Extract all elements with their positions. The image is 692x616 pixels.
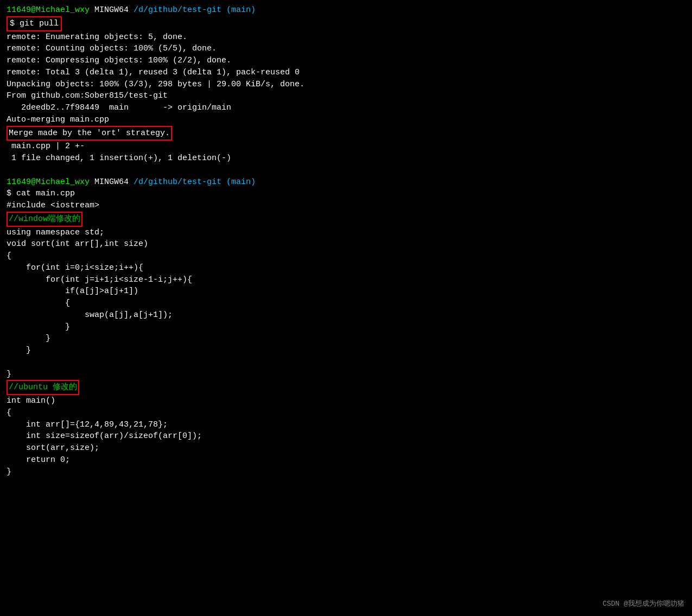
- mingw-label: MINGW64: [90, 5, 134, 15]
- if-line: if(a[j]>a[j+1]): [7, 285, 685, 297]
- git-pull-cmd: git pull: [20, 19, 59, 28]
- open-brace-2: {: [7, 297, 685, 309]
- size-line: int size=sizeof(arr)/sizeof(arr[0]);: [7, 430, 685, 442]
- mingw-label-2: MINGW64: [90, 177, 134, 187]
- ubuntu-comment-highlight-box: //ubuntu 修改的: [7, 380, 79, 395]
- path-label: /d/github/test-git: [134, 5, 221, 15]
- int-main-line: int main(): [7, 395, 685, 407]
- watermark: CSDN @我想成为你嗯叻猪: [602, 599, 684, 608]
- for-outer-line: for(int i=0;i<size;i++){: [7, 262, 685, 274]
- include-line: #include <iostream>: [7, 200, 685, 212]
- hash-line: 2deedb2..7f98449 main -> origin/main: [7, 102, 685, 114]
- user-label: 11649@Michael_wxy: [7, 5, 90, 15]
- branch-label: (main): [221, 5, 256, 15]
- prompt-line-2: 11649@Michael_wxy MINGW64 /d/github/test…: [7, 176, 685, 188]
- cat-cmd: cat main.cpp: [16, 189, 75, 198]
- swap-line: swap(a[j],a[j+1]);: [7, 309, 685, 321]
- branch-label-2: (main): [221, 177, 256, 187]
- prompt-line-1: 11649@Michael_wxy MINGW64 /d/github/test…: [7, 4, 685, 16]
- window-comment-line: //window端修改的: [7, 212, 685, 227]
- command-line-git-pull: $ git pull: [7, 16, 685, 31]
- remote-line-1: remote: Enumerating objects: 5, done.: [7, 31, 685, 43]
- void-sort-line: void sort(int arr[],int size): [7, 238, 685, 250]
- close-brace-for-inner: }: [7, 333, 685, 345]
- auto-merge-line: Auto-merging main.cpp: [7, 114, 685, 126]
- merge-line: Merge made by the 'ort' strategy.: [7, 126, 685, 141]
- return-line: return 0;: [7, 454, 685, 466]
- merge-highlight-box: Merge made by the 'ort' strategy.: [7, 126, 172, 141]
- close-brace-sort-func: }: [7, 369, 685, 380]
- ubuntu-comment-line: //ubuntu 修改的: [7, 380, 685, 395]
- close-brace-inner: }: [7, 321, 685, 333]
- window-comment-highlight-box: //window端修改的: [7, 212, 82, 227]
- blank-line-2: [7, 357, 685, 369]
- file-changed-line: 1 file changed, 1 insertion(+), 1 deleti…: [7, 153, 685, 164]
- using-namespace-line: using namespace std;: [7, 227, 685, 239]
- window-comment-text: //window端修改的: [9, 214, 80, 224]
- remote-line-2: remote: Counting objects: 100% (5/5), do…: [7, 43, 685, 55]
- main-close-brace: }: [7, 466, 685, 478]
- path-label-2: /d/github/test-git: [134, 177, 221, 187]
- git-pull-highlight: $ git pull: [7, 16, 62, 31]
- terminal: 11649@Michael_wxy MINGW64 /d/github/test…: [0, 0, 692, 482]
- cat-command-line: $ cat main.cpp: [7, 188, 685, 200]
- arr-line: int arr[]={12,4,89,43,21,78};: [7, 419, 685, 431]
- remote-line-3: remote: Compressing objects: 100% (2/2),…: [7, 55, 685, 67]
- unpack-line: Unpacking objects: 100% (3/3), 298 bytes…: [7, 79, 685, 91]
- diff-line: main.cpp | 2 +-: [7, 141, 685, 153]
- user-label-2: 11649@Michael_wxy: [7, 177, 90, 187]
- sort-call-line: sort(arr,size);: [7, 442, 685, 454]
- ubuntu-comment-text: //ubuntu 修改的: [9, 383, 77, 392]
- blank-line-1: [7, 164, 685, 176]
- remote-line-4: remote: Total 3 (delta 1), reused 3 (del…: [7, 67, 685, 79]
- close-brace-for-outer: }: [7, 345, 685, 357]
- for-inner-line: for(int j=i+1;i<size-1-i;j++){: [7, 274, 685, 286]
- dollar-sign-2: $: [7, 189, 16, 198]
- main-open-brace: {: [7, 407, 685, 419]
- merge-text: Merge made by the 'ort' strategy.: [9, 129, 170, 138]
- dollar-sign: $: [10, 19, 20, 28]
- open-brace-1: {: [7, 250, 685, 262]
- from-line: From github.com:Sober815/test-git: [7, 90, 685, 102]
